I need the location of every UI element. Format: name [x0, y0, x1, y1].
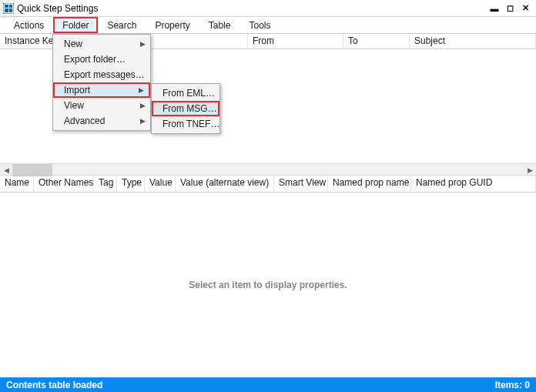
menu-export-folder[interactable]: Export folder… [53, 52, 150, 67]
col-smart-view[interactable]: Smart View [274, 176, 328, 192]
horizontal-scrollbar[interactable]: ◀ ▶ [0, 163, 536, 176]
properties-placeholder-area: Select an item to display properties. [0, 193, 536, 377]
col-other-names[interactable]: Other Names [34, 176, 94, 192]
menu-new-label: New [64, 39, 82, 49]
menu-advanced[interactable]: Advanced ▶ [53, 113, 150, 129]
menu-new[interactable]: New ▶ [53, 36, 150, 52]
chevron-right-icon: ▶ [139, 86, 144, 94]
menu-property[interactable]: Property [146, 17, 199, 33]
menu-view-label: View [64, 100, 84, 111]
col-type[interactable]: Type [117, 176, 145, 192]
menu-import[interactable]: Import ▶ [53, 82, 150, 98]
menu-from-eml[interactable]: From EML… [152, 85, 219, 101]
statusbar: Contents table loaded Items: 0 [0, 377, 536, 392]
menu-folder[interactable]: Folder [53, 17, 98, 33]
menubar: Actions Folder Search Property Table Too… [0, 17, 536, 34]
bottom-columns-header: Name Other Names Tag Type Value Value (a… [0, 176, 536, 193]
col-from[interactable]: From [248, 34, 343, 49]
col-to[interactable]: To [343, 34, 410, 49]
app-icon [3, 3, 14, 14]
close-button[interactable]: ✕ [518, 3, 533, 14]
menu-actions[interactable]: Actions [5, 17, 53, 33]
scroll-left-icon[interactable]: ◀ [0, 164, 12, 176]
menu-from-msg[interactable]: From MSG… [152, 101, 219, 116]
window-title: Quick Step Settings [17, 3, 487, 14]
col-name[interactable]: Name [0, 176, 34, 192]
folder-dropdown: New ▶ Export folder… Export messages… Im… [52, 34, 151, 131]
col-tag[interactable]: Tag [94, 176, 117, 192]
menu-import-label: Import [64, 85, 90, 95]
menu-view[interactable]: View ▶ [53, 98, 150, 113]
status-items-count: Items: 0 [495, 380, 530, 390]
chevron-right-icon: ▶ [140, 40, 146, 48]
menu-export-messages[interactable]: Export messages… [53, 67, 150, 82]
status-text: Contents table loaded [6, 380, 495, 390]
chevron-right-icon: ▶ [140, 102, 146, 109]
scroll-thumb[interactable] [12, 164, 52, 176]
scroll-right-icon[interactable]: ▶ [524, 164, 536, 176]
maximize-button[interactable]: ◻ [502, 3, 518, 14]
menu-from-tnef[interactable]: From TNEF… [152, 116, 219, 132]
col-value-alt[interactable]: Value (alternate view) [176, 176, 274, 192]
minimize-button[interactable]: ▬ [487, 3, 502, 14]
titlebar: Quick Step Settings ▬ ◻ ✕ [0, 0, 536, 17]
menu-search[interactable]: Search [98, 17, 146, 33]
menu-table[interactable]: Table [199, 17, 240, 33]
col-subject[interactable]: Subject [410, 34, 536, 49]
chevron-right-icon: ▶ [140, 117, 146, 125]
import-submenu: From EML… From MSG… From TNEF… [151, 83, 220, 134]
placeholder-text: Select an item to display properties. [189, 280, 347, 290]
menu-advanced-label: Advanced [64, 116, 105, 126]
menu-tools[interactable]: Tools [240, 17, 280, 33]
col-named-prop-name[interactable]: Named prop name [328, 176, 411, 192]
col-value[interactable]: Value [145, 176, 176, 192]
col-named-prop-guid[interactable]: Named prop GUID [411, 176, 536, 192]
